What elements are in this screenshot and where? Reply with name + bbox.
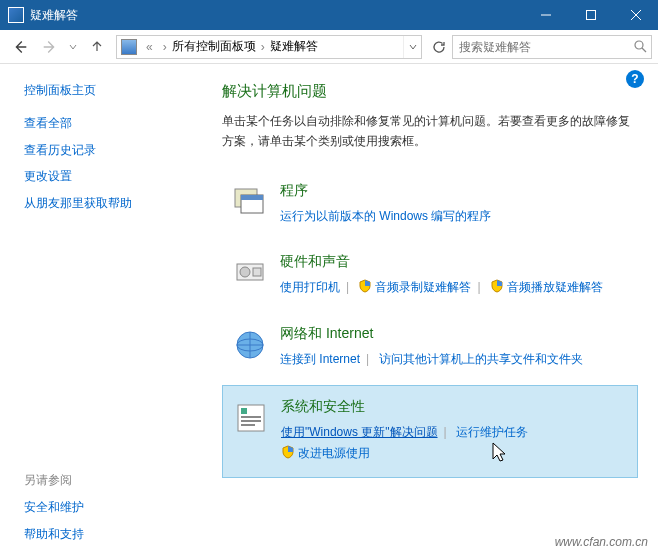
sidebar-link-view-all[interactable]: 查看全部 (24, 115, 202, 132)
help-icon[interactable]: ? (626, 70, 644, 88)
navigation-bar: « › 所有控制面板项 › 疑难解答 (0, 30, 658, 64)
programs-icon (230, 182, 270, 222)
page-description: 单击某个任务以自动排除和修复常见的计算机问题。若要查看更多的故障修复方案，请单击… (222, 111, 638, 152)
category-programs: 程序 运行为以前版本的 Windows 编写的程序 (222, 170, 638, 240)
titlebar: 疑难解答 (0, 0, 658, 30)
hardware-icon (230, 253, 270, 293)
search-input[interactable] (453, 40, 629, 54)
sidebar-home[interactable]: 控制面板主页 (24, 82, 202, 99)
main-content: ? 解决计算机问题 单击某个任务以自动排除和修复常见的计算机问题。若要查看更多的… (212, 64, 658, 555)
link-connect-internet[interactable]: 连接到 Internet (280, 352, 360, 366)
back-button[interactable] (6, 33, 34, 61)
link-run-old-programs[interactable]: 运行为以前版本的 Windows 编写的程序 (280, 209, 491, 223)
close-button[interactable] (613, 0, 658, 30)
page-heading: 解决计算机问题 (222, 82, 638, 101)
svg-rect-14 (241, 424, 255, 426)
svg-point-6 (240, 267, 250, 277)
category-title[interactable]: 程序 (280, 182, 630, 200)
address-bar[interactable]: « › 所有控制面板项 › 疑难解答 (116, 35, 422, 59)
link-shared-files[interactable]: 访问其他计算机上的共享文件和文件夹 (379, 352, 583, 366)
category-title[interactable]: 网络和 Internet (280, 325, 630, 343)
minimize-button[interactable] (523, 0, 568, 30)
svg-rect-13 (241, 420, 261, 422)
category-title[interactable]: 系统和安全性 (281, 398, 629, 416)
search-box[interactable] (452, 35, 652, 59)
breadcrumb-item[interactable]: 所有控制面板项 (172, 38, 256, 55)
sidebar-link-help[interactable]: 帮助和支持 (24, 526, 202, 543)
history-dropdown[interactable] (66, 43, 80, 51)
chevron-right-icon[interactable]: « (141, 40, 158, 54)
sidebar-link-history[interactable]: 查看历史记录 (24, 142, 202, 159)
category-hardware: 硬件和声音 使用打印机| 音频录制疑难解答| 音频播放疑难解答 (222, 241, 638, 311)
shield-icon (281, 445, 295, 459)
sidebar-link-settings[interactable]: 更改设置 (24, 168, 202, 185)
system-icon (231, 398, 271, 438)
app-icon (8, 7, 24, 23)
link-power[interactable]: 改进电源使用 (298, 446, 370, 460)
svg-rect-4 (241, 195, 263, 200)
addressbar-icon (121, 39, 137, 55)
category-system-security: 系统和安全性 使用"Windows 更新"解决问题| 运行维护任务 改进电源使用 (222, 385, 638, 478)
svg-rect-0 (586, 11, 595, 20)
svg-rect-12 (241, 416, 261, 418)
category-title[interactable]: 硬件和声音 (280, 253, 630, 271)
network-icon (230, 325, 270, 365)
see-also-label: 另请参阅 (24, 472, 202, 489)
link-use-printer[interactable]: 使用打印机 (280, 280, 340, 294)
breadcrumb-item[interactable]: 疑难解答 (270, 38, 318, 55)
breadcrumb: « › 所有控制面板项 › 疑难解答 (141, 38, 318, 55)
sidebar: 控制面板主页 查看全部 查看历史记录 更改设置 从朋友那里获取帮助 另请参阅 安… (0, 64, 212, 555)
watermark: www.cfan.com.cn (555, 535, 648, 549)
up-button[interactable] (84, 34, 110, 60)
chevron-right-icon[interactable]: › (256, 40, 270, 54)
category-network: 网络和 Internet 连接到 Internet| 访问其他计算机上的共享文件… (222, 313, 638, 383)
link-maintenance[interactable]: 运行维护任务 (456, 425, 528, 439)
svg-rect-7 (253, 268, 261, 276)
link-audio-record[interactable]: 音频录制疑难解答 (375, 280, 471, 294)
maximize-button[interactable] (568, 0, 613, 30)
link-windows-update[interactable]: 使用"Windows 更新"解决问题 (281, 425, 438, 439)
search-icon[interactable] (629, 40, 651, 53)
sidebar-link-friend-help[interactable]: 从朋友那里获取帮助 (24, 195, 202, 212)
svg-rect-11 (241, 408, 247, 414)
svg-point-1 (635, 41, 643, 49)
shield-icon (358, 279, 372, 293)
chevron-right-icon[interactable]: › (158, 40, 172, 54)
refresh-button[interactable] (428, 36, 450, 58)
forward-button[interactable] (36, 33, 64, 61)
link-audio-play[interactable]: 音频播放疑难解答 (507, 280, 603, 294)
window-title: 疑难解答 (30, 7, 523, 24)
shield-icon (490, 279, 504, 293)
sidebar-link-security[interactable]: 安全和维护 (24, 499, 202, 516)
address-dropdown[interactable] (403, 36, 421, 58)
